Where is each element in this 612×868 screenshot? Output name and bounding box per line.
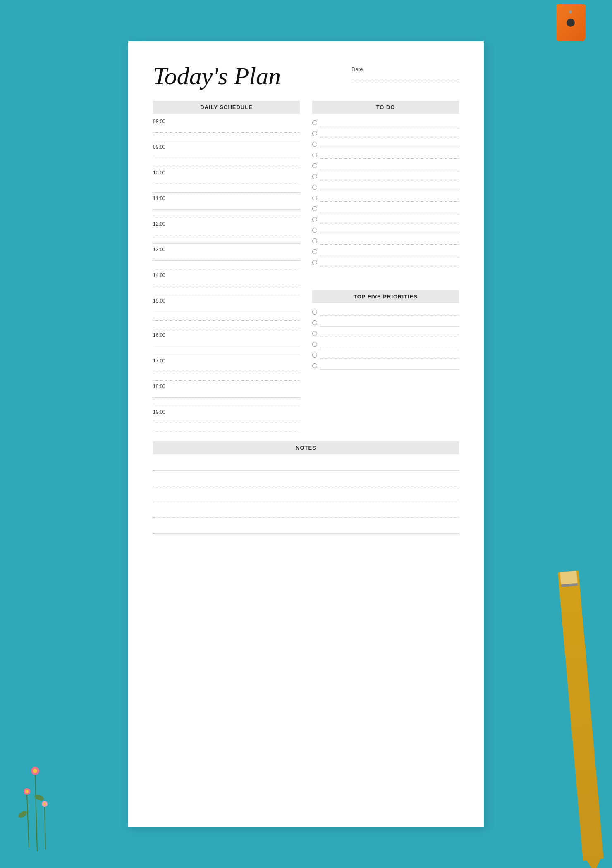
todo-line-12[interactable] xyxy=(320,236,459,245)
time-line-1000b[interactable] xyxy=(153,185,300,193)
time-slot-1100: 11:00 xyxy=(153,194,300,218)
todo-item-5 xyxy=(312,160,459,171)
todo-line-5[interactable] xyxy=(320,161,459,169)
time-slot-1900: 19:00 xyxy=(153,408,300,432)
time-line-1500a[interactable] xyxy=(153,305,300,312)
svg-line-2 xyxy=(45,806,45,849)
date-section: Date xyxy=(351,62,459,81)
priority-circle-5[interactable] xyxy=(312,353,317,358)
priority-circle-1[interactable] xyxy=(312,310,317,315)
time-line-0800b[interactable] xyxy=(153,134,300,141)
todo-line-13[interactable] xyxy=(320,247,459,255)
todo-line-1[interactable] xyxy=(320,118,459,126)
todo-header: TO DO xyxy=(312,101,459,114)
main-content: DAILY SCHEDULE 08:00 09:00 10:00 xyxy=(153,101,459,433)
priority-line-6[interactable] xyxy=(320,361,459,370)
time-line-1800b[interactable] xyxy=(153,399,300,406)
priority-item-1 xyxy=(312,306,459,317)
priority-item-2 xyxy=(312,317,459,328)
time-line-1300a[interactable] xyxy=(153,253,300,261)
priority-circle-2[interactable] xyxy=(312,320,317,325)
notes-line-1[interactable] xyxy=(153,458,459,471)
todo-circle-7[interactable] xyxy=(312,185,317,190)
priority-line-5[interactable] xyxy=(320,351,459,359)
notes-lines xyxy=(153,458,459,534)
time-line-1700a[interactable] xyxy=(153,365,300,372)
priority-circle-3[interactable] xyxy=(312,331,317,336)
todo-circle-14[interactable] xyxy=(312,260,317,265)
todo-item-9 xyxy=(312,203,459,214)
priority-item-5 xyxy=(312,349,459,360)
todo-item-14 xyxy=(312,257,459,267)
todo-line-3[interactable] xyxy=(320,140,459,148)
time-label-1300: 13:00 xyxy=(153,245,300,253)
todo-item-7 xyxy=(312,181,459,192)
todo-circle-10[interactable] xyxy=(312,217,317,222)
todo-line-14[interactable] xyxy=(320,258,459,266)
time-line-1100b[interactable] xyxy=(153,211,300,218)
time-slot-1200: 12:00 xyxy=(153,219,300,244)
todo-circle-2[interactable] xyxy=(312,131,317,136)
time-line-1600a[interactable] xyxy=(153,339,300,346)
time-line-0900b[interactable] xyxy=(153,160,300,167)
todo-circle-12[interactable] xyxy=(312,238,317,243)
time-slot-0900: 09:00 xyxy=(153,143,300,167)
time-line-1300b[interactable] xyxy=(153,262,300,269)
todo-line-10[interactable] xyxy=(320,215,459,223)
time-label-1400: 14:00 xyxy=(153,271,300,279)
date-input-line[interactable] xyxy=(351,74,459,81)
priorities-header: TOP FIVE PRIORITIES xyxy=(312,290,459,303)
todo-circle-6[interactable] xyxy=(312,174,317,179)
priority-line-2[interactable] xyxy=(320,318,459,327)
priority-circle-4[interactable] xyxy=(312,342,317,347)
todo-circle-8[interactable] xyxy=(312,196,317,200)
todo-circle-13[interactable] xyxy=(312,249,317,254)
notes-line-4[interactable] xyxy=(153,505,459,518)
time-slot-1700: 17:00 xyxy=(153,356,300,381)
todo-circle-11[interactable] xyxy=(312,228,317,233)
time-line-1200b[interactable] xyxy=(153,236,300,244)
time-line-1800a[interactable] xyxy=(153,390,300,398)
todo-circle-4[interactable] xyxy=(312,153,317,157)
time-line-1600b[interactable] xyxy=(153,348,300,355)
time-line-1500b[interactable] xyxy=(153,313,300,321)
notes-line-5[interactable] xyxy=(153,520,459,534)
time-slot-1000: 10:00 xyxy=(153,168,300,193)
notes-line-2[interactable] xyxy=(153,473,459,486)
todo-circle-9[interactable] xyxy=(312,206,317,211)
right-column: TO DO xyxy=(312,101,459,433)
todo-line-6[interactable] xyxy=(320,172,459,180)
time-line-1100a[interactable] xyxy=(153,202,300,210)
time-label-1700: 17:00 xyxy=(153,356,300,365)
todo-item-8 xyxy=(312,192,459,203)
time-line-1500c[interactable] xyxy=(153,322,300,329)
time-line-1900a[interactable] xyxy=(153,416,300,423)
time-line-1400b[interactable] xyxy=(153,288,300,295)
svg-point-10 xyxy=(43,803,46,805)
time-line-0900a[interactable] xyxy=(153,151,300,158)
todo-item-4 xyxy=(312,149,459,160)
time-line-1200a[interactable] xyxy=(153,228,300,235)
priority-line-4[interactable] xyxy=(320,340,459,348)
header: Today's Plan Date xyxy=(153,62,459,91)
time-slot-1600: 16:00 xyxy=(153,331,300,355)
todo-circle-5[interactable] xyxy=(312,163,317,168)
todo-line-9[interactable] xyxy=(320,204,459,212)
priority-line-3[interactable] xyxy=(320,329,459,337)
time-line-1000a[interactable] xyxy=(153,176,300,184)
time-line-0800a[interactable] xyxy=(153,125,300,133)
priority-circle-6[interactable] xyxy=(312,363,317,368)
svg-line-1 xyxy=(35,773,37,851)
time-line-1700b[interactable] xyxy=(153,373,300,381)
todo-line-11[interactable] xyxy=(320,226,459,234)
todo-circle-3[interactable] xyxy=(312,142,317,147)
notes-line-3[interactable] xyxy=(153,489,459,502)
todo-circle-1[interactable] xyxy=(312,120,317,125)
todo-line-4[interactable] xyxy=(320,150,459,159)
todo-line-7[interactable] xyxy=(320,183,459,191)
priority-line-1[interactable] xyxy=(320,308,459,316)
todo-line-8[interactable] xyxy=(320,193,459,202)
time-line-1900b[interactable] xyxy=(153,424,300,432)
time-line-1400a[interactable] xyxy=(153,279,300,286)
todo-line-2[interactable] xyxy=(320,129,459,137)
